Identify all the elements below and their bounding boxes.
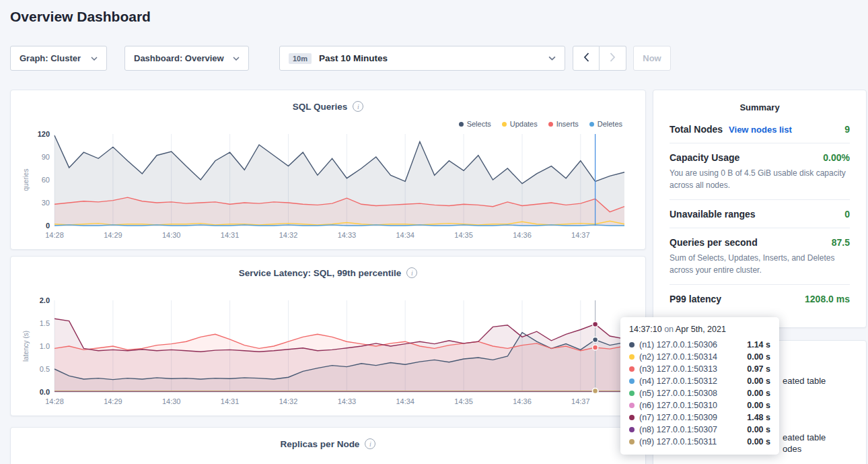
svg-text:14:33: 14:33 bbox=[338, 397, 357, 405]
tooltip-header: 14:37:10 on Apr 5th, 2021 bbox=[629, 325, 770, 334]
total-nodes-value: 9 bbox=[844, 124, 850, 135]
unavailable-ranges-label: Unavailable ranges bbox=[670, 209, 756, 220]
replicas-per-node-chart-card: Replicas per Node i bbox=[10, 427, 646, 464]
capacity-label: Capacity Usage bbox=[670, 152, 739, 163]
svg-text:14:31: 14:31 bbox=[221, 397, 240, 405]
time-range-badge: 10m bbox=[289, 53, 312, 64]
svg-text:0.5: 0.5 bbox=[40, 365, 50, 373]
series-color-dot bbox=[629, 415, 635, 420]
chart-legend: SelectsUpdatesInsertsDeletes bbox=[459, 120, 622, 128]
svg-text:14:35: 14:35 bbox=[454, 397, 473, 405]
tooltip-node-address: (n8) 127.0.0.1:50307 bbox=[639, 425, 717, 434]
tooltip-row: (n9) 127.0.0.1:503110.00 s bbox=[629, 436, 770, 448]
tooltip-node-address: (n6) 127.0.0.1:50310 bbox=[639, 401, 717, 410]
svg-text:14:36: 14:36 bbox=[513, 397, 532, 405]
tooltip-node-address: (n3) 127.0.0.1:50313 bbox=[639, 364, 717, 374]
legend-dot bbox=[548, 122, 553, 127]
qps-label: Queries per second bbox=[670, 237, 758, 248]
summary-row-p99-latency: P99 latency 1208.0 ms bbox=[670, 285, 850, 312]
time-range-label: Past 10 Minutes bbox=[319, 53, 388, 63]
tooltip-row: (n4) 127.0.0.1:503120.00 s bbox=[629, 375, 770, 387]
capacity-subtext: You are using 0 B of 4.5 GiB usable disk… bbox=[670, 167, 850, 191]
svg-text:60: 60 bbox=[42, 176, 50, 184]
svg-text:14:30: 14:30 bbox=[162, 397, 181, 405]
svg-text:14:28: 14:28 bbox=[45, 397, 64, 405]
svg-text:14:28: 14:28 bbox=[45, 231, 64, 239]
qps-value: 87.5 bbox=[832, 237, 850, 248]
svg-text:90: 90 bbox=[42, 153, 50, 161]
tooltip-node-value: 0.00 s bbox=[747, 437, 770, 446]
svg-text:14:30: 14:30 bbox=[162, 231, 181, 239]
p99-latency-value: 1208.0 ms bbox=[805, 294, 850, 304]
tooltip-node-address: (n4) 127.0.0.1:50312 bbox=[639, 376, 717, 386]
svg-text:queries: queries bbox=[22, 169, 30, 191]
time-nav-group bbox=[573, 46, 626, 71]
tooltip-node-value: 1.48 s bbox=[747, 413, 770, 422]
svg-text:14:31: 14:31 bbox=[221, 231, 240, 239]
tooltip-node-value: 0.00 s bbox=[747, 401, 770, 410]
tooltip-node-address: (n2) 127.0.0.1:50314 bbox=[639, 352, 717, 362]
svg-text:1.0: 1.0 bbox=[40, 342, 50, 350]
legend-item-deletes[interactable]: Deletes bbox=[589, 120, 622, 128]
event-item-fragment[interactable]: eated table bbox=[783, 432, 826, 442]
chart-title-service-latency: Service Latency: SQL, 99th percentile bbox=[239, 268, 402, 278]
svg-text:14:29: 14:29 bbox=[104, 397, 122, 405]
legend-item-updates[interactable]: Updates bbox=[502, 120, 538, 128]
event-item-fragment[interactable]: odes bbox=[783, 444, 801, 454]
tooltip-node-value: 0.97 s bbox=[747, 364, 770, 374]
svg-text:120: 120 bbox=[38, 130, 50, 138]
legend-label: Inserts bbox=[556, 120, 579, 128]
svg-text:30: 30 bbox=[42, 199, 50, 207]
series-color-dot bbox=[629, 378, 635, 384]
tooltip-row: (n7) 127.0.0.1:503091.48 s bbox=[629, 411, 770, 424]
tooltip-node-value: 0.00 s bbox=[747, 376, 770, 386]
time-range-selector[interactable]: 10m Past 10 Minutes bbox=[279, 46, 565, 71]
svg-text:1.5: 1.5 bbox=[40, 319, 50, 327]
time-next-button[interactable] bbox=[600, 46, 626, 71]
summary-panel: Summary Total Nodes View nodes list 9 Ca… bbox=[653, 90, 867, 328]
chevron-down-icon bbox=[226, 57, 240, 61]
tooltip-node-value: 0.00 s bbox=[747, 352, 770, 362]
legend-item-inserts[interactable]: Inserts bbox=[548, 120, 579, 128]
dashboard-dropdown[interactable]: Dashboard: Overview bbox=[124, 46, 249, 71]
svg-text:14:34: 14:34 bbox=[396, 231, 414, 239]
capacity-value: 0.00% bbox=[823, 152, 850, 163]
tooltip-node-value: 0.00 s bbox=[747, 425, 770, 434]
tooltip-row: (n5) 127.0.0.1:503080.00 s bbox=[629, 387, 770, 399]
series-color-dot bbox=[629, 366, 635, 372]
tooltip-rows: (n1) 127.0.0.1:503061.14 s(n2) 127.0.0.1… bbox=[629, 339, 770, 448]
chevron-down-icon bbox=[84, 57, 98, 61]
legend-label: Selects bbox=[467, 120, 491, 128]
tooltip-connector: on bbox=[664, 325, 674, 334]
info-icon[interactable]: i bbox=[365, 438, 375, 449]
service-latency-chart-card: Service Latency: SQL, 99th percentile i … bbox=[10, 256, 646, 416]
summary-row-qps: Queries per second 87.5 Sum of Selects, … bbox=[670, 228, 850, 285]
legend-label: Updates bbox=[510, 120, 538, 128]
time-prev-button[interactable] bbox=[573, 46, 600, 71]
legend-dot bbox=[589, 122, 594, 127]
info-icon[interactable]: i bbox=[406, 267, 417, 278]
series-color-dot bbox=[629, 354, 635, 360]
summary-title: Summary bbox=[653, 90, 866, 115]
legend-item-selects[interactable]: Selects bbox=[459, 120, 491, 128]
now-button[interactable]: Now bbox=[633, 46, 671, 71]
service-latency-chart[interactable]: 14:2814:2914:3014:3114:3214:3314:3414:35… bbox=[21, 295, 630, 409]
tooltip-row: (n6) 127.0.0.1:503100.00 s bbox=[629, 399, 770, 411]
tooltip-row: (n3) 127.0.0.1:503130.97 s bbox=[629, 363, 770, 375]
legend-dot bbox=[502, 122, 507, 127]
chevron-down-icon bbox=[542, 56, 556, 61]
event-item-fragment[interactable]: eated table bbox=[783, 376, 826, 386]
sql-queries-chart[interactable]: 14:2814:2914:3014:3114:3214:3314:3414:35… bbox=[21, 129, 630, 243]
svg-text:0.0: 0.0 bbox=[40, 388, 50, 396]
summary-row-unavailable-ranges: Unavailable ranges 0 bbox=[670, 200, 850, 228]
tooltip-date: Apr 5th, 2021 bbox=[676, 325, 726, 334]
info-icon[interactable]: i bbox=[353, 101, 363, 112]
unavailable-ranges-value: 0 bbox=[844, 209, 850, 220]
svg-text:14:34: 14:34 bbox=[396, 397, 414, 405]
svg-text:14:32: 14:32 bbox=[279, 231, 298, 239]
view-nodes-list-link[interactable]: View nodes list bbox=[729, 125, 792, 135]
total-nodes-label: Total Nodes bbox=[670, 124, 723, 135]
svg-text:14:37: 14:37 bbox=[571, 231, 590, 239]
graph-dropdown[interactable]: Graph: Cluster bbox=[10, 46, 107, 71]
legend-dot bbox=[459, 122, 464, 127]
